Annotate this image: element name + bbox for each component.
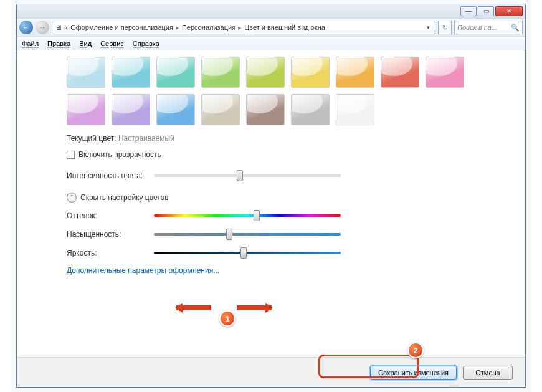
menu-view[interactable]: Вид [79, 40, 92, 47]
control-panel-icon: 🖥 [55, 24, 62, 31]
maximize-button[interactable]: ▭ [478, 6, 494, 16]
breadcrumb-appearance[interactable]: Оформление и персонализация [70, 24, 173, 31]
intensity-row: Интенсивность цвета: [67, 170, 513, 181]
transparency-row[interactable]: Включить прозрачность [67, 150, 513, 159]
chevron-up-icon[interactable]: ˄ [67, 193, 77, 203]
breadcrumb[interactable]: 🖥 « Оформление и персонализация ▸ Персон… [52, 21, 435, 34]
window-frame: — ▭ ✕ ← → 🖥 « Оформление и персонализаци… [16, 4, 526, 388]
hide-mixer-row[interactable]: ˄ Скрыть настройку цветов [67, 193, 513, 203]
menu-tools[interactable]: Сервис [100, 40, 124, 47]
intensity-label: Интенсивность цвета: [67, 171, 154, 180]
color-swatch[interactable] [246, 94, 285, 125]
color-swatch[interactable] [291, 94, 330, 125]
color-swatch[interactable] [156, 57, 195, 88]
color-swatch[interactable] [112, 94, 150, 125]
transparency-checkbox[interactable] [67, 151, 75, 159]
color-swatch[interactable] [67, 57, 105, 88]
color-swatch[interactable] [67, 94, 105, 125]
saturation-slider[interactable] [154, 229, 341, 240]
current-color-row: Текущий цвет: Настраиваемый [67, 134, 513, 143]
annotation-arrow-left [176, 305, 211, 310]
brightness-slider[interactable] [154, 247, 341, 259]
titlebar: — ▭ ✕ [17, 4, 525, 18]
search-icon: 🔍 [511, 24, 520, 32]
annotation-arrow-right [237, 305, 272, 310]
color-swatch[interactable] [201, 57, 240, 88]
menu-help[interactable]: Справка [133, 40, 159, 47]
color-swatch[interactable] [336, 94, 374, 125]
annotation-marker-1: 1 [219, 310, 235, 327]
color-swatch[interactable] [336, 57, 374, 88]
current-color-value: Настраиваемый [118, 134, 174, 143]
color-swatch[interactable] [156, 94, 195, 125]
intensity-slider[interactable] [154, 170, 341, 181]
refresh-button[interactable]: ↻ [438, 21, 452, 34]
breadcrumb-sep-icon: ▸ [238, 24, 242, 32]
annotation-marker-2: 2 [407, 342, 424, 358]
menu-file[interactable]: Файл [22, 40, 39, 47]
advanced-appearance-link[interactable]: Дополнительные параметры оформления... [67, 266, 219, 275]
breadcrumb-window-color[interactable]: Цвет и внешний вид окна [244, 24, 325, 31]
hue-row: Оттенок: [67, 210, 513, 221]
hide-mixer-label: Скрыть настройку цветов [80, 193, 169, 202]
color-swatch[interactable] [291, 57, 330, 88]
nav-forward-button: → [36, 21, 49, 34]
current-color-label: Текущий цвет: [67, 134, 116, 143]
brightness-row: Яркость: [67, 247, 513, 259]
saturation-row: Насыщенность: [67, 229, 513, 240]
cancel-button[interactable]: Отмена [463, 366, 513, 380]
color-swatch[interactable] [381, 57, 419, 88]
menu-bar: Файл Правка Вид Сервис Справка [17, 37, 525, 50]
breadcrumb-sep-icon: ▸ [176, 24, 179, 32]
breadcrumb-personalization[interactable]: Персонализация [182, 24, 235, 31]
search-input[interactable]: Поиск в па... 🔍 [454, 21, 523, 34]
brightness-label: Яркость: [67, 249, 154, 257]
annotation-highlight-save [318, 355, 419, 378]
breadcrumb-prefix: « [64, 24, 68, 31]
address-dropdown-icon[interactable]: ▾ [424, 24, 432, 31]
hue-slider[interactable] [154, 210, 341, 221]
color-swatch-grid [67, 57, 465, 125]
color-swatch[interactable] [201, 94, 240, 125]
close-button[interactable]: ✕ [495, 6, 523, 16]
dialog-footer: Сохранить изменения Отмена [17, 357, 525, 387]
minimize-button[interactable]: — [460, 6, 477, 16]
address-row: ← → 🖥 « Оформление и персонализация ▸ Пе… [17, 18, 525, 37]
menu-edit[interactable]: Правка [47, 40, 70, 47]
nav-back-button[interactable]: ← [19, 21, 33, 34]
hue-label: Оттенок: [67, 211, 154, 220]
search-placeholder: Поиск в па... [457, 24, 497, 31]
transparency-label: Включить прозрачность [78, 150, 161, 159]
color-swatch[interactable] [246, 57, 285, 88]
saturation-label: Насыщенность: [67, 230, 154, 239]
color-swatch[interactable] [426, 57, 464, 88]
color-swatch[interactable] [112, 57, 150, 88]
advanced-link-row: Дополнительные параметры оформления... [67, 266, 513, 275]
